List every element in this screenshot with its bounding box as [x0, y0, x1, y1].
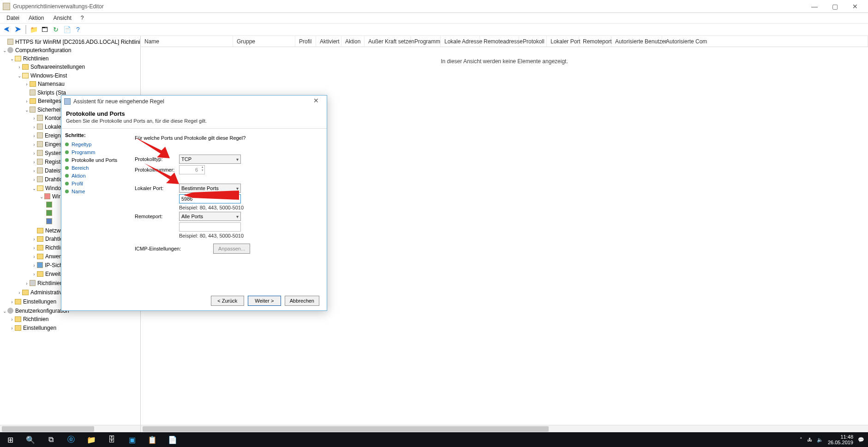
dropdown-lokaler-port[interactable]: Bestimmte Ports — [179, 184, 241, 193]
col-name[interactable]: Name — [141, 36, 233, 47]
wizard-dialog: Assistent für neue eingehende Regel ✕ Pr… — [61, 95, 327, 311]
export-icon[interactable]: 📄 — [62, 24, 72, 35]
step-bereich[interactable]: Bereich — [65, 165, 121, 171]
col-remote-adresse[interactable]: Remoteadresse — [480, 36, 519, 47]
folder-icon — [37, 254, 43, 259]
tree-item[interactable]: Administrative — [30, 289, 65, 296]
tree-item[interactable]: Anwen — [45, 253, 62, 260]
button-next[interactable]: Weiter > — [248, 296, 281, 306]
app-icon — [3, 3, 10, 10]
tree-hscroll[interactable] — [0, 425, 140, 432]
step-name[interactable]: Name — [65, 189, 121, 194]
help-icon[interactable]: ? — [73, 24, 83, 35]
close-button[interactable]: ✕ — [845, 1, 865, 12]
label-lokaler-port: Lokaler Port: — [135, 185, 179, 191]
col-programm[interactable]: Programm — [411, 36, 441, 47]
dialog-title: Assistent für neue eingehende Regel — [73, 98, 164, 105]
tree-item[interactable]: Drahtlo — [45, 236, 63, 242]
folder-icon — [15, 299, 21, 304]
tree-item[interactable]: Drahtlo — [45, 176, 63, 183]
forward-icon[interactable]: ⮞ — [13, 24, 23, 35]
server-manager-icon[interactable]: 🗄 — [102, 432, 122, 447]
form-question: Für welche Ports und Protokolle gilt die… — [135, 135, 315, 141]
tree-root[interactable]: HTTPS für WinRM [DC2016.ADG.LOCAL] Richt… — [15, 39, 140, 45]
col-gruppe[interactable]: Gruppe — [233, 36, 295, 47]
tree-software[interactable]: Softwareeinstellungen — [30, 64, 85, 70]
step-profil[interactable]: Profil — [65, 181, 121, 186]
tray-notifications-icon[interactable]: 💬 — [858, 437, 864, 443]
column-headers[interactable]: Name Gruppe Profil Aktiviert Aktion Auße… — [141, 36, 868, 47]
back-icon[interactable]: ⮜ — [2, 24, 12, 35]
col-lokaler-port[interactable]: Lokaler Port — [547, 36, 579, 47]
minimize-button[interactable]: — — [804, 1, 825, 12]
search-icon[interactable]: 🔍 — [20, 432, 41, 447]
col-profil[interactable]: Profil — [295, 36, 316, 47]
folder-icon — [37, 115, 43, 121]
outbound-icon — [46, 210, 52, 216]
dialog-titlebar[interactable]: Assistent für neue eingehende Regel ✕ — [61, 95, 327, 107]
view-icon[interactable]: 🗔 — [40, 24, 50, 35]
folder-icon — [22, 290, 29, 295]
col-auth-comp[interactable]: Autorisierte Com — [662, 36, 868, 47]
mmc-icon[interactable]: 📋 — [142, 432, 162, 447]
refresh-icon[interactable]: ↻ — [51, 24, 61, 35]
maximize-button[interactable]: ▢ — [825, 1, 845, 12]
col-aktion[interactable]: Aktion — [341, 36, 365, 47]
dropdown-remoteport[interactable]: Alle Ports — [179, 212, 241, 221]
start-button[interactable]: ⊞ — [0, 432, 20, 447]
folder-icon — [37, 236, 43, 242]
tree-item[interactable]: Wir — [52, 193, 60, 200]
tray-chevron-icon[interactable]: ˄ — [800, 437, 802, 443]
col-remote-port[interactable]: Remoteport — [579, 36, 611, 47]
folder-icon — [37, 150, 43, 156]
folder-icon — [30, 98, 36, 104]
tree-item[interactable]: Richtlinien — [37, 280, 63, 286]
tree-policies[interactable]: Richtlinien — [23, 55, 48, 62]
tree-item[interactable]: Namensau — [38, 81, 65, 87]
menu-datei[interactable]: Datei — [2, 14, 24, 22]
tree-item[interactable]: Einstellungen — [23, 325, 56, 331]
main-area: HTTPS für WinRM [DC2016.ADG.LOCAL] Richt… — [0, 36, 868, 432]
col-ausser[interactable]: Außer Kraft setzen — [365, 36, 411, 47]
tree-item[interactable]: System — [45, 150, 63, 156]
tray-sound-icon[interactable]: 🔈 — [817, 437, 823, 443]
step-aktion[interactable]: Aktion — [65, 173, 121, 179]
menu-aktion[interactable]: Aktion — [24, 14, 48, 22]
scripts-icon — [30, 89, 36, 95]
step-programm[interactable]: Programm — [65, 149, 121, 155]
taskview-icon[interactable]: ⧉ — [41, 432, 61, 447]
dialog-close-button[interactable]: ✕ — [308, 97, 324, 106]
folder-icon — [37, 271, 43, 277]
list-hscroll[interactable] — [141, 425, 868, 432]
ie-icon[interactable]: ⓔ — [61, 432, 81, 447]
input-lokaler-port[interactable]: 5986 — [179, 194, 241, 203]
tree-settings[interactable]: Einstellungen — [23, 298, 56, 305]
tree-item[interactable]: Kontori — [45, 115, 62, 121]
col-protokoll[interactable]: Protokoll — [519, 36, 547, 47]
up-folder-icon[interactable]: 📁 — [29, 24, 39, 35]
taskbar[interactable]: ⊞ 🔍 ⧉ ⓔ 📁 🗄 ▣ 📋 📄 ˄ 🖧 🔈 11:48 26.05.2019… — [0, 432, 868, 447]
system-tray[interactable]: ˄ 🖧 🔈 11:48 26.05.2019 💬 — [796, 434, 868, 445]
tree-computer-config[interactable]: Computerkonfiguration — [15, 47, 71, 54]
explorer-icon[interactable]: 📁 — [81, 432, 102, 447]
folder-icon — [22, 64, 29, 70]
dropdown-protokolltyp[interactable]: TCP — [179, 155, 241, 164]
tree-item[interactable]: Dateisy — [45, 167, 63, 174]
menu-ansicht[interactable]: Ansicht — [48, 14, 76, 22]
steps-title: Schritte: — [65, 132, 121, 138]
app-icon[interactable]: 📄 — [162, 432, 183, 447]
tree-windows[interactable]: Windows-Einst — [30, 72, 67, 79]
tray-clock[interactable]: 11:48 26.05.2019 — [828, 434, 853, 445]
col-aktiviert[interactable]: Aktiviert — [316, 36, 341, 47]
step-regeltyp[interactable]: Regeltyp — [65, 142, 121, 147]
menu-help[interactable]: ? — [76, 14, 89, 22]
col-lokale-adresse[interactable]: Lokale Adresse — [441, 36, 480, 47]
powershell-icon[interactable]: ▣ — [122, 432, 142, 447]
button-cancel[interactable]: Abbrechen — [285, 296, 319, 306]
tree-item[interactable]: Lokale — [45, 124, 61, 130]
tree-item[interactable]: Richtlinien — [23, 316, 48, 322]
button-back[interactable]: < Zurück — [211, 296, 244, 306]
tray-network-icon[interactable]: 🖧 — [807, 437, 812, 442]
tree-item[interactable]: IP-Sich — [45, 262, 63, 268]
col-auth-benutzer[interactable]: Autorisierte Benutzer — [611, 36, 662, 47]
